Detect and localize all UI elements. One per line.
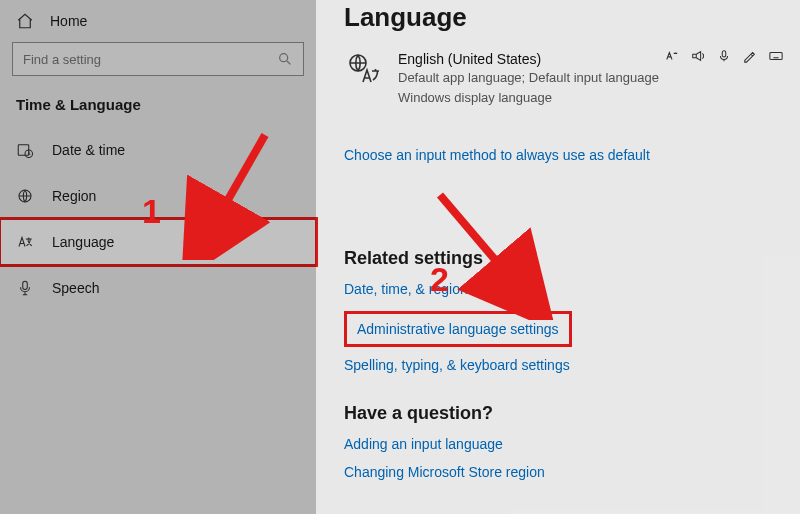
current-language-sub1: Default app language; Default input lang… [398,69,659,87]
sidebar-item-datetime[interactable]: Date & time [0,127,316,173]
text-to-speech-icon [664,48,680,64]
globe-icon [16,187,34,205]
link-spelling-keyboard[interactable]: Spelling, typing, & keyboard settings [344,357,772,373]
sidebar-item-speech[interactable]: Speech [0,265,316,311]
handwriting-icon [742,48,758,64]
have-question-heading: Have a question? [344,403,772,424]
microphone-icon [16,279,34,297]
home-nav[interactable]: Home [0,6,316,40]
highlight-admin-link: Administrative language settings [344,311,572,347]
sidebar-item-label: Region [52,188,96,204]
speech-recognition-icon [690,48,706,64]
calendar-clock-icon [16,141,34,159]
main-panel: Language English (United States) Default… [316,0,800,514]
related-settings-heading: Related settings [344,248,772,269]
section-title: Time & Language [0,90,316,127]
current-language-name: English (United States) [398,51,659,67]
svg-rect-7 [770,53,782,60]
link-admin-language[interactable]: Administrative language settings [357,321,559,337]
page-title: Language [344,2,772,33]
keyboard-icon [768,48,784,64]
link-add-input-language[interactable]: Adding an input language [344,436,772,452]
sidebar-item-label: Language [52,234,114,250]
current-language-sub2: Windows display language [398,89,659,107]
sidebar: Home Time & Language Date & time Region [0,0,316,514]
sidebar-item-language[interactable]: Language [0,219,316,265]
sidebar-item-region[interactable]: Region [0,173,316,219]
language-large-icon [344,51,382,89]
link-store-region[interactable]: Changing Microsoft Store region [344,464,772,480]
sidebar-item-label: Date & time [52,142,125,158]
home-label: Home [50,13,87,29]
language-icon [16,233,34,251]
mic-feature-icon [716,48,732,64]
svg-rect-6 [722,51,726,57]
search-box[interactable] [12,42,304,76]
search-input[interactable] [23,52,277,67]
svg-point-0 [280,54,288,62]
svg-rect-4 [23,281,28,289]
search-icon [277,51,293,67]
home-icon [16,12,34,30]
sidebar-item-label: Speech [52,280,99,296]
link-datetime-formatting[interactable]: Date, time, & regional formatting [344,281,772,297]
choose-input-method-link[interactable]: Choose an input method to always use as … [344,147,650,163]
language-feature-icons [664,48,784,64]
